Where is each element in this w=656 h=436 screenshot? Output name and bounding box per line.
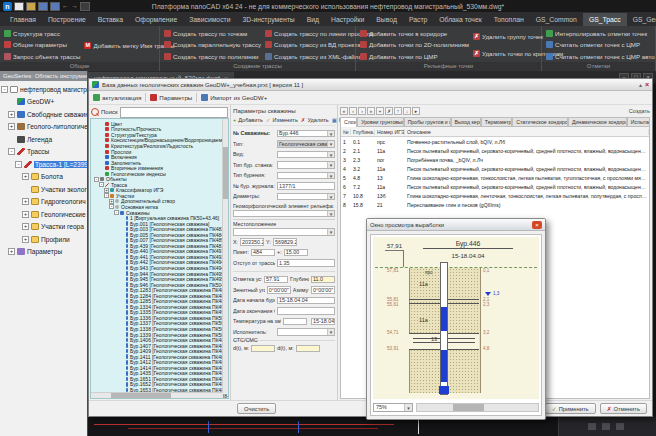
scrollbar-thumb[interactable] [453,404,483,411]
form-input[interactable]: Геологическая скважина▾ [277,140,335,148]
tree-expander[interactable]: - [8,148,15,155]
ribbon-button[interactable]: Общие параметры [4,41,80,48]
tree-expander[interactable]: - [1,86,8,93]
form-input[interactable]: 57.91 [264,276,288,284]
data-tab-Статическое зондирование[interactable]: Статическое зондирование [512,117,568,126]
pin-icon[interactable]: ▴ [639,81,642,88]
chevron-down-icon[interactable]: ▾ [327,229,334,235]
tree-item[interactable]: Легенда [0,133,87,146]
zoom-select[interactable]: 75% ▾ [373,403,413,412]
tree-item[interactable]: +Профили [0,233,87,246]
ribbon-tab-GS_Geology[interactable]: GS_Geology [627,13,656,26]
tree-expander[interactable]: + [8,248,15,255]
save-icon[interactable] [38,2,48,11]
tree-expander[interactable]: + [22,211,29,218]
status-button[interactable] [602,423,610,430]
ribbon-button[interactable]: Считать отметки точек с ЦМР [546,41,655,48]
form-input[interactable]: ▾ [277,172,335,180]
undo-icon[interactable]: ← [62,1,69,11]
table-row[interactable]: 22.111аПесок пылеватый коричневый, серов… [341,146,649,155]
table-row[interactable]: 815.821Переслаивание глин и песков (gQII… [341,200,649,209]
form-input[interactable]: 1377/1 [277,182,335,190]
tree-item[interactable]: +Параметры [0,246,87,259]
data-tab-Слои[interactable]: Слои [340,117,357,127]
ribbon-tab-Настройки[interactable]: Настройки [325,13,370,26]
form-input[interactable] [283,318,307,326]
ribbon-tab-3D-инструменты[interactable]: 3D-инструменты [236,13,300,26]
tree-item[interactable]: в 1. [Виртуальная скважина ПК483+29.15] [93,398,228,399]
form-input[interactable]: 484 [251,249,275,257]
data-tab-Пробы грунтов и воды[interactable]: Пробы грунтов и воды [404,117,451,126]
form-input[interactable]: ▾ [277,161,335,169]
form-input[interactable]: 11.0 [311,276,335,284]
table-row[interactable]: 67.211аПесок пылеватый коричневый, серов… [341,182,649,191]
tree-expander[interactable]: + [104,188,109,193]
search-input[interactable] [120,107,228,118]
tree-item[interactable]: +Болота [0,171,87,184]
tree-expander[interactable]: - [109,204,114,209]
form-input[interactable]: ▾ [233,228,335,236]
ribbon-tab-GS_Трасс[interactable]: GS_Трасс [583,13,627,26]
chevron-down-icon[interactable]: ▾ [327,141,334,147]
tree-expander[interactable]: + [8,123,15,130]
scrollbar-thumb[interactable] [223,147,228,199]
chevron-down-icon[interactable]: ▾ [327,173,334,179]
scrollbar-thumb[interactable] [111,393,171,398]
tree-vertical-scrollbar[interactable] [222,119,228,393]
open-icon[interactable] [26,2,36,11]
ribbon-button[interactable]: Структура трасс [4,30,80,37]
toolbar-button[interactable]: Импорт из GeoDW+ [201,94,267,101]
chevron-down-icon[interactable]: ▾ [327,329,334,335]
form-input[interactable] [296,345,320,353]
form-input[interactable]: ▾ [277,328,335,336]
ribbon-button[interactable]: Создать трассу по точкам [164,30,261,37]
ribbon-button[interactable]: Создать параллельную трассу [164,41,261,48]
tree-expander[interactable]: + [22,223,29,230]
chevron-down-icon[interactable]: ▾ [327,152,334,158]
ribbon-tab-Вид[interactable]: Вид [301,13,325,26]
chevron-down-icon[interactable]: ▾ [327,162,334,168]
form-input[interactable]: ▾ [277,151,335,159]
toolbar-button[interactable]: Параметры [150,94,192,101]
data-tab-Динамическое зондирование[interactable]: Динамическое зондирование [568,117,627,126]
clear-button[interactable]: Очистить [237,403,276,414]
form-toolbar-button[interactable]: ✗Удалить [301,117,329,123]
form-input[interactable]: 203350.20 [240,238,264,246]
tree-item[interactable]: +Геологические [0,208,87,221]
tree-expander[interactable]: - [104,193,109,198]
tree-item[interactable]: -Трасса-1 [L=2399 [0,158,87,171]
apply-button[interactable]: ✓ Применить [545,403,596,414]
record-nav-button[interactable]: › [358,107,366,115]
cancel-button[interactable]: ✗ Отменить [600,403,647,414]
status-button[interactable] [616,423,624,430]
form-input[interactable]: Бур.446▾ [277,130,335,138]
tree-item[interactable]: +Гидрогеологич [0,196,87,209]
ribbon-button[interactable]: Добавить точки по ЦМР [360,53,469,60]
record-nav-button[interactable]: « [340,107,348,115]
tree-item[interactable]: Участки эколог [0,183,87,196]
table-row[interactable]: 32.3погПогребённая почва, _bQIV, л.Лч [341,155,649,164]
form-input[interactable]: 0°00'00" [267,286,291,294]
tree-item[interactable]: -Трассы [0,146,87,159]
print-icon[interactable] [80,2,90,11]
column-header[interactable]: Глубина... [351,129,375,135]
tree-expander[interactable]: + [22,236,29,243]
tree-expander[interactable]: + [22,173,29,180]
record-nav-button[interactable]: » [367,107,375,115]
tree-expander[interactable]: - [15,161,22,168]
tree-expander[interactable]: + [109,199,114,204]
record-nav-button[interactable]: + [376,107,384,115]
ribbon-tab-GS_Common[interactable]: GS_Common [530,13,583,26]
ribbon-button[interactable]: Добавить точки по 2D-полилиниям [360,41,469,48]
dialog-close-icon[interactable]: × [645,81,649,88]
tree-expander[interactable]: - [114,210,119,215]
preview-close-icon[interactable]: × [532,221,542,229]
chevron-down-icon[interactable]: ▾ [327,131,334,137]
form-input[interactable]: 569829.21 [273,238,297,246]
form-toolbar-button[interactable]: +Добавить [233,117,263,123]
tree-item[interactable]: -нефтепровод магистрал [0,83,87,96]
record-nav-button[interactable]: ✗ [385,107,393,115]
ribbon-button[interactable]: Интерполировать отметки точек [546,30,655,37]
ribbon-button[interactable]: Добавить точки в коридоре [360,30,469,37]
status-button[interactable] [588,423,596,430]
